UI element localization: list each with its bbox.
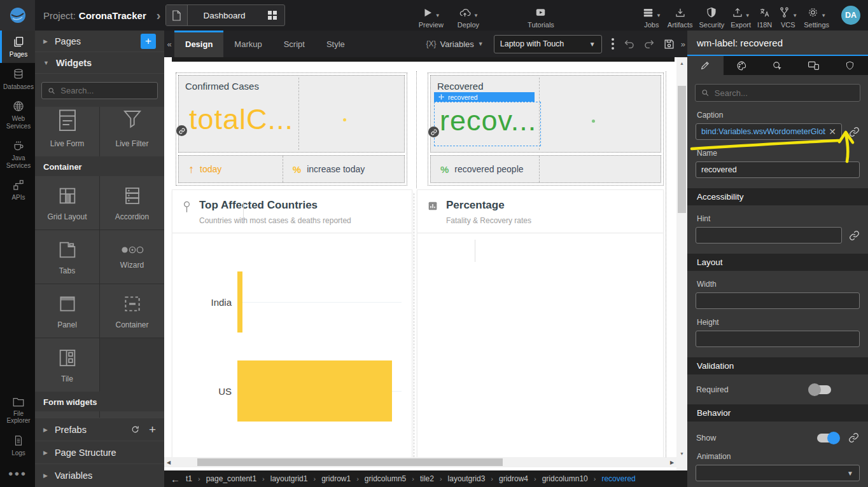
layout-grid-icon[interactable]: [260, 11, 284, 20]
undo-button[interactable]: [624, 38, 635, 50]
device-select[interactable]: Laptop with Touch ▼: [494, 35, 602, 53]
tab-properties[interactable]: [687, 56, 724, 75]
recovered-people-stat[interactable]: % recovered people: [431, 156, 539, 182]
tab-design[interactable]: Design: [174, 31, 223, 57]
caption-bind-button[interactable]: [849, 127, 860, 137]
vcs-button[interactable]: ▼ VCS: [775, 6, 801, 29]
tab-style[interactable]: Style: [316, 31, 356, 57]
width-input[interactable]: [696, 292, 860, 309]
required-toggle[interactable]: [809, 385, 831, 394]
bar-india[interactable]: [237, 271, 242, 333]
jobs-button[interactable]: ▼ Jobs: [639, 6, 664, 29]
confirmed-total-label[interactable]: totalC...: [189, 105, 293, 134]
today-stat[interactable]: ↑ today: [179, 156, 283, 182]
add-prefab-button[interactable]: +: [149, 423, 156, 436]
tab-script[interactable]: Script: [273, 31, 316, 57]
confirmed-cases-tile[interactable]: Confirmed Cases totalC... ↑ today %: [176, 72, 407, 186]
variables-accordion[interactable]: ▶ Variables: [35, 463, 164, 486]
more-options-icon[interactable]: [612, 38, 614, 50]
percentage-panel[interactable]: Percentage Fatality & Recovery rates: [417, 189, 664, 460]
selected-widget-outline[interactable]: [434, 102, 541, 146]
breadcrumb-item[interactable]: t1: [186, 474, 192, 483]
hint-bind-button[interactable]: [849, 230, 860, 241]
tab-devices[interactable]: [795, 56, 832, 75]
countries-panel[interactable]: Top Affected Countries Countries with mo…: [172, 189, 412, 460]
design-canvas[interactable]: Confirmed Cases totalC... ↑ today %: [164, 57, 687, 470]
breadcrumb-item[interactable]: gridrow4: [499, 474, 528, 483]
clear-binding-icon[interactable]: ✕: [829, 127, 836, 137]
canvas-horizontal-scrollbar[interactable]: ◀ ▶: [164, 457, 676, 467]
horizontal-scroll-thumb[interactable]: [197, 458, 503, 466]
tab-styles[interactable]: [724, 56, 760, 75]
settings-button[interactable]: ▼ Settings: [801, 6, 832, 29]
artifacts-button[interactable]: Artifacts: [664, 6, 696, 29]
height-input[interactable]: [696, 331, 860, 347]
page-tab-dashboard[interactable]: Dashboard: [165, 4, 285, 26]
page-structure-accordion[interactable]: ▶ Page Structure: [35, 441, 164, 463]
properties-search[interactable]: [695, 84, 860, 102]
breadcrumb-item[interactable]: gridrow1: [321, 474, 351, 483]
widget-accordion[interactable]: Accordion: [100, 176, 164, 230]
recovered-tile-stats[interactable]: % recovered people: [430, 155, 661, 183]
breadcrumb-item[interactable]: gridcolumn5: [365, 474, 406, 483]
vertical-scroll-thumb[interactable]: [678, 86, 686, 213]
tab-security[interactable]: [832, 56, 868, 75]
breadcrumb-item[interactable]: layoutgrid3: [448, 474, 486, 483]
show-bind-button[interactable]: [848, 432, 859, 443]
rail-item-pages[interactable]: Pages: [0, 31, 35, 63]
rail-item-web-services[interactable]: Web Services: [0, 95, 35, 134]
collapse-right-panel-icon[interactable]: »: [681, 39, 685, 49]
widget-tile[interactable]: Tile: [35, 338, 99, 392]
rail-item-java-services[interactable]: Java Services: [0, 134, 35, 174]
tab-events[interactable]: [760, 56, 796, 75]
confirmed-tile-main[interactable]: Confirmed Cases totalC...: [178, 75, 405, 153]
scroll-right-icon[interactable]: ▶: [668, 457, 676, 467]
caption-input[interactable]: bind:Variables.wsvWordometerGlobal.c ✕: [696, 123, 842, 140]
export-button[interactable]: ▼ Export: [727, 6, 754, 29]
collapse-left-panel-icon[interactable]: «: [164, 39, 174, 49]
widget-search[interactable]: [41, 82, 158, 99]
name-input[interactable]: [696, 161, 860, 178]
widget-live-filter[interactable]: Live Filter: [100, 107, 164, 156]
hint-input[interactable]: [696, 227, 842, 244]
breadcrumb-back-icon[interactable]: ←: [171, 474, 180, 484]
selection-tag[interactable]: recovered: [434, 92, 535, 102]
add-page-button[interactable]: +: [141, 34, 156, 49]
user-avatar[interactable]: DA: [841, 6, 860, 25]
countries-bar-chart[interactable]: India US: [172, 233, 412, 422]
widget-wizard[interactable]: Wizard: [100, 230, 164, 284]
show-toggle[interactable]: [817, 434, 839, 442]
widget-grid-layout[interactable]: Grid Layout: [35, 176, 99, 230]
properties-search-input[interactable]: [715, 88, 854, 98]
breadcrumb-item[interactable]: page_content1: [206, 474, 256, 483]
widget-panel[interactable]: Panel: [35, 284, 99, 338]
rail-item-apis[interactable]: APIs: [0, 174, 35, 206]
confirmed-tile-stats[interactable]: ↑ today % increase today: [178, 155, 405, 183]
scroll-up-icon[interactable]: ▲: [676, 58, 687, 67]
widget-container[interactable]: Container: [100, 284, 164, 338]
widget-search-input[interactable]: [60, 86, 151, 95]
security-button[interactable]: Security: [696, 6, 728, 29]
save-button[interactable]: [663, 38, 675, 50]
refresh-icon[interactable]: [130, 425, 140, 434]
increase-today-stat[interactable]: % increase today: [283, 156, 374, 182]
breadcrumb-item[interactable]: layoutgrid1: [270, 474, 308, 483]
canvas-vertical-scrollbar[interactable]: ▲ ▼: [676, 57, 687, 470]
widget-live-form[interactable]: Live Form: [35, 107, 99, 156]
rail-item-file-explorer[interactable]: File Explorer: [0, 391, 35, 429]
more-menu-icon[interactable]: ●●●: [0, 461, 35, 487]
variables-dropdown[interactable]: {X} Variables ▼: [426, 39, 484, 49]
app-logo[interactable]: [0, 0, 35, 31]
bar-us[interactable]: [237, 360, 392, 422]
recovered-tile-main[interactable]: Recovered recovered recov...: [430, 75, 661, 153]
scroll-left-icon[interactable]: ◀: [164, 457, 173, 467]
rail-item-logs[interactable]: Logs: [0, 429, 35, 462]
breadcrumb-item[interactable]: tile2: [420, 474, 434, 483]
tab-markup[interactable]: Markup: [223, 31, 272, 57]
i18n-button[interactable]: I18N: [754, 6, 775, 29]
pages-accordion[interactable]: ▶ Pages +: [35, 31, 164, 52]
breadcrumb-item-active[interactable]: recovered: [601, 474, 635, 483]
redo-button[interactable]: [643, 38, 655, 50]
prefabs-accordion[interactable]: ▶ Prefabs +: [35, 418, 164, 441]
recovered-tile[interactable]: Recovered recovered recov... %: [428, 72, 664, 186]
